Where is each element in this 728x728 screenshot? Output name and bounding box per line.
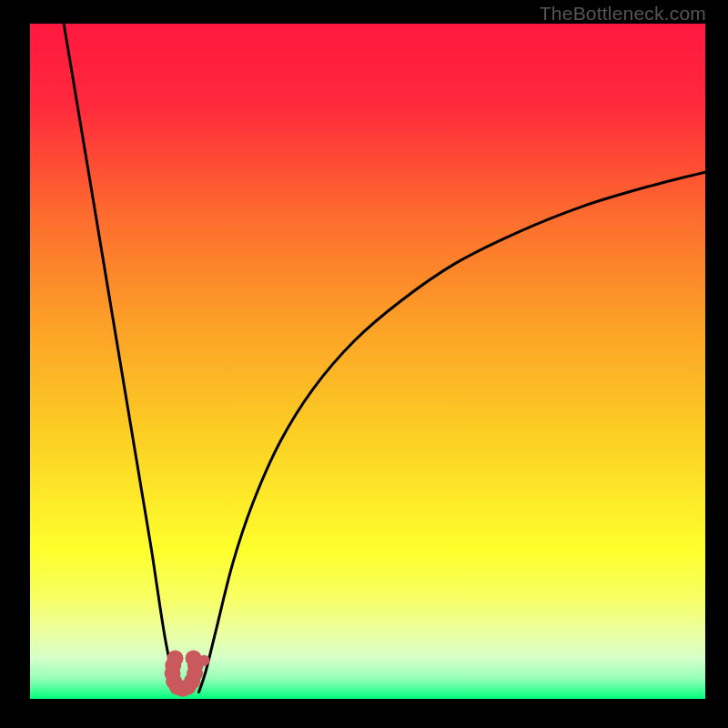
- chart-svg: [30, 24, 705, 699]
- marker-dot: [198, 655, 209, 666]
- plot-area: [30, 24, 705, 699]
- watermark-text: TheBottleneck.com: [540, 3, 706, 25]
- gradient-background: [30, 24, 705, 699]
- chart-frame: TheBottleneck.com: [0, 0, 728, 728]
- marker-dot: [186, 650, 202, 666]
